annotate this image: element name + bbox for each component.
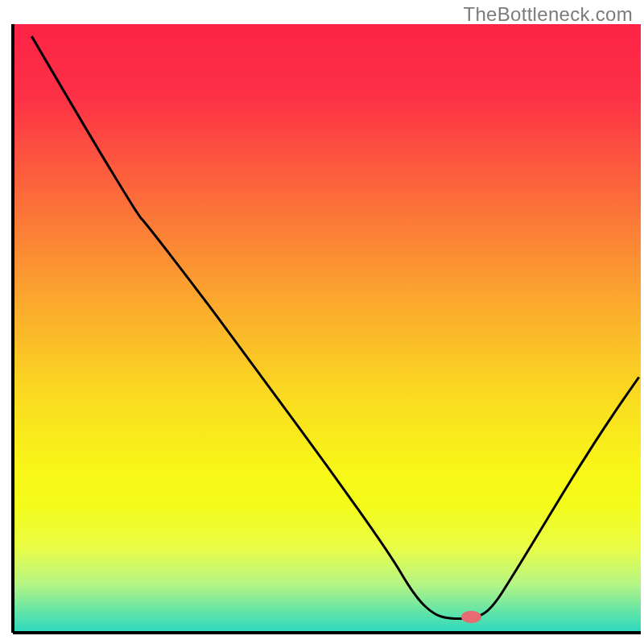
bottleneck-chart: TheBottleneck.com: [0, 0, 644, 644]
watermark-text: TheBottleneck.com: [463, 3, 633, 26]
optimal-point-marker: [461, 611, 481, 623]
chart-svg: [0, 0, 644, 644]
gradient-background: [13, 24, 641, 633]
